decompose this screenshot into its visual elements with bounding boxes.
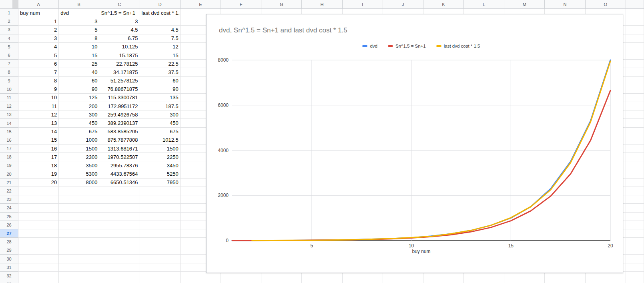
cell-B25[interactable] bbox=[59, 213, 99, 221]
cell-K33[interactable] bbox=[423, 280, 464, 283]
cell-B7[interactable]: 25 bbox=[59, 60, 99, 68]
cell-B22[interactable] bbox=[59, 187, 99, 195]
cell-C3[interactable]: 4.5 bbox=[99, 26, 140, 34]
cell-C22[interactable] bbox=[99, 187, 140, 195]
row-header-6[interactable]: 6 bbox=[0, 51, 18, 60]
cell-C8[interactable]: 34.171875 bbox=[99, 68, 140, 76]
cell-B8[interactable]: 40 bbox=[59, 68, 99, 76]
row-header-3[interactable]: 3 bbox=[0, 26, 18, 34]
cell-B28[interactable] bbox=[59, 238, 99, 246]
cell-P21[interactable] bbox=[626, 179, 644, 187]
cell-A20[interactable]: 19 bbox=[18, 170, 59, 179]
cell-D32[interactable] bbox=[140, 272, 181, 280]
row-header-2[interactable]: 2 bbox=[0, 17, 18, 26]
cell-B19[interactable]: 3500 bbox=[59, 161, 99, 170]
column-header-H[interactable]: H bbox=[302, 0, 342, 9]
cell-C25[interactable] bbox=[99, 213, 140, 221]
cell-A1[interactable]: buy num bbox=[18, 9, 59, 17]
cell-C19[interactable]: 2955.78376 bbox=[99, 161, 140, 170]
cell-A12[interactable]: 11 bbox=[18, 102, 59, 110]
cell-N33[interactable] bbox=[545, 280, 585, 283]
row-header-21[interactable]: 21 bbox=[0, 179, 18, 187]
cell-P31[interactable] bbox=[626, 263, 644, 272]
column-header-I[interactable]: I bbox=[343, 0, 383, 9]
cell-A3[interactable]: 2 bbox=[18, 26, 59, 34]
cell-A6[interactable]: 5 bbox=[18, 51, 59, 60]
cell-A11[interactable]: 10 bbox=[18, 94, 59, 102]
cell-B2[interactable]: 3 bbox=[59, 17, 99, 26]
cell-D24[interactable] bbox=[140, 204, 181, 212]
cell-D4[interactable]: 7.5 bbox=[140, 34, 181, 43]
cell-A8[interactable]: 7 bbox=[18, 68, 59, 76]
cell-C28[interactable] bbox=[99, 238, 140, 246]
column-header-E[interactable]: E bbox=[181, 0, 221, 9]
cell-P7[interactable] bbox=[626, 60, 644, 68]
cell-B23[interactable] bbox=[59, 195, 99, 204]
cell-P1[interactable] bbox=[626, 9, 644, 17]
row-header-5[interactable]: 5 bbox=[0, 43, 18, 51]
row-header-26[interactable]: 26 bbox=[0, 221, 18, 229]
cell-A29[interactable] bbox=[18, 246, 59, 255]
cell-B3[interactable]: 5 bbox=[59, 26, 99, 34]
cell-D7[interactable]: 22.5 bbox=[140, 60, 181, 68]
cell-P12[interactable] bbox=[626, 102, 644, 110]
row-header-13[interactable]: 13 bbox=[0, 110, 18, 119]
cell-C7[interactable]: 22.78125 bbox=[99, 60, 140, 68]
cell-A2[interactable]: 1 bbox=[18, 17, 59, 26]
cell-C31[interactable] bbox=[99, 263, 140, 272]
cell-B16[interactable]: 1000 bbox=[59, 136, 99, 145]
row-header-32[interactable]: 32 bbox=[0, 272, 18, 280]
cell-A24[interactable] bbox=[18, 204, 59, 212]
cell-D15[interactable]: 675 bbox=[140, 128, 181, 136]
row-header-14[interactable]: 14 bbox=[0, 119, 18, 127]
cell-A25[interactable] bbox=[18, 213, 59, 221]
cell-A31[interactable] bbox=[18, 263, 59, 272]
row-header-22[interactable]: 22 bbox=[0, 187, 18, 195]
cell-D8[interactable]: 37.5 bbox=[140, 68, 181, 76]
row-header-7[interactable]: 7 bbox=[0, 60, 18, 68]
row-header-20[interactable]: 20 bbox=[0, 170, 18, 179]
cell-A28[interactable] bbox=[18, 238, 59, 246]
cell-C2[interactable]: 3 bbox=[99, 17, 140, 26]
cell-P24[interactable] bbox=[626, 204, 644, 212]
row-header-9[interactable]: 9 bbox=[0, 77, 18, 85]
select-all-box[interactable] bbox=[12, 0, 18, 8]
row-header-31[interactable]: 31 bbox=[0, 263, 18, 272]
cell-B9[interactable]: 60 bbox=[59, 77, 99, 85]
cell-P11[interactable] bbox=[626, 94, 644, 102]
cell-J33[interactable] bbox=[383, 280, 423, 283]
cell-B27[interactable] bbox=[59, 229, 99, 238]
cell-D20[interactable]: 5250 bbox=[140, 170, 181, 179]
cell-B30[interactable] bbox=[59, 255, 99, 263]
cell-D11[interactable]: 135 bbox=[140, 94, 181, 102]
cell-B11[interactable]: 125 bbox=[59, 94, 99, 102]
cell-P15[interactable] bbox=[626, 128, 644, 136]
cell-B20[interactable]: 5300 bbox=[59, 170, 99, 179]
row-header-12[interactable]: 12 bbox=[0, 102, 18, 110]
cell-D25[interactable] bbox=[140, 213, 181, 221]
cell-D5[interactable]: 12 bbox=[140, 43, 181, 51]
cell-P3[interactable] bbox=[626, 26, 644, 34]
cell-A4[interactable]: 3 bbox=[18, 34, 59, 43]
cell-P16[interactable] bbox=[626, 136, 644, 145]
cell-C32[interactable] bbox=[99, 272, 140, 280]
cell-C29[interactable] bbox=[99, 246, 140, 255]
cell-P8[interactable] bbox=[626, 68, 644, 76]
row-header-33[interactable]: 33 bbox=[0, 280, 18, 283]
row-header-4[interactable]: 4 bbox=[0, 34, 18, 43]
row-header-17[interactable]: 17 bbox=[0, 145, 18, 153]
column-header-O[interactable]: O bbox=[586, 0, 626, 9]
cell-O33[interactable] bbox=[586, 280, 626, 283]
cell-P2[interactable] bbox=[626, 17, 644, 26]
column-header-L[interactable]: L bbox=[464, 0, 504, 9]
cell-C4[interactable]: 6.75 bbox=[99, 34, 140, 43]
cell-B13[interactable]: 300 bbox=[59, 110, 99, 119]
cell-P30[interactable] bbox=[626, 255, 644, 263]
cell-A27[interactable] bbox=[18, 229, 59, 238]
cell-A13[interactable]: 12 bbox=[18, 110, 59, 119]
cell-D6[interactable]: 15 bbox=[140, 51, 181, 60]
cell-B15[interactable]: 675 bbox=[59, 128, 99, 136]
cell-P33[interactable] bbox=[626, 280, 644, 283]
cell-C13[interactable]: 259.4926758 bbox=[99, 110, 140, 119]
cell-C33[interactable] bbox=[99, 280, 140, 283]
